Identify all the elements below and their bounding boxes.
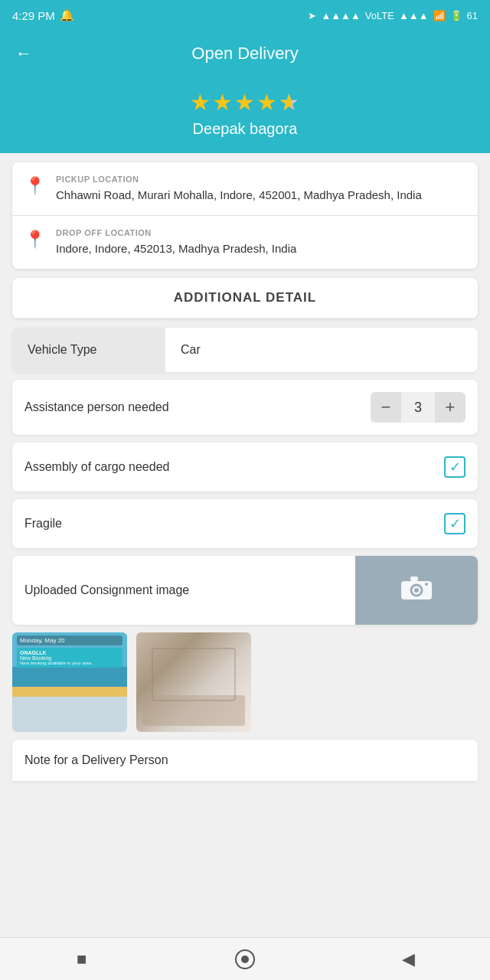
battery-icon: 🔋 bbox=[450, 10, 462, 21]
dropoff-label: DROP OFF LOCATION bbox=[56, 228, 296, 237]
consignment-label: Uploaded Consignment image bbox=[12, 570, 355, 611]
driver-name: Deepak bagora bbox=[0, 120, 490, 138]
nav-square-button[interactable]: ■ bbox=[63, 940, 101, 978]
consignment-image-2[interactable] bbox=[136, 632, 251, 732]
dropoff-location-row: 📍 DROP OFF LOCATION Indore, Indore, 4520… bbox=[12, 215, 478, 269]
location-icon: ➤ bbox=[308, 10, 316, 21]
fragile-label: Fragile bbox=[24, 517, 62, 531]
counter-plus-button[interactable]: + bbox=[435, 392, 466, 423]
additional-detail-header: ADDITIONAL DETAIL bbox=[12, 278, 478, 318]
consignment-row: Uploaded Consignment image bbox=[12, 556, 478, 625]
svg-point-2 bbox=[414, 588, 419, 593]
status-icons: ➤ ▲▲▲▲ VoLTE ▲▲▲ 📶 🔋 61 bbox=[308, 10, 478, 21]
vehicle-type-value: Car bbox=[165, 328, 478, 372]
star-rating: ★★★★★★ bbox=[0, 89, 490, 116]
dropoff-address: Indore, Indore, 452013, Madhya Pradesh, … bbox=[56, 240, 296, 256]
time-display: 4:29 PM bbox=[12, 9, 55, 22]
note-section: Note for a Delivery Person bbox=[12, 740, 478, 781]
uploaded-images-row: Monday, May 20 ONAGLLK New Booking New b… bbox=[12, 632, 478, 732]
assistance-label: Assistance person needed bbox=[24, 400, 169, 414]
camera-button[interactable] bbox=[355, 556, 478, 625]
vehicle-type-row: Vehicle Type Car bbox=[12, 328, 478, 372]
lte-icon: VoLTE bbox=[365, 10, 394, 21]
pickup-info: PICKUP LOCATION Chhawni Road, Murari Moh… bbox=[56, 175, 422, 203]
svg-point-4 bbox=[425, 583, 428, 586]
consignment-image-1[interactable]: Monday, May 20 ONAGLLK New Booking New b… bbox=[12, 632, 127, 732]
back-button[interactable]: ← bbox=[15, 44, 32, 64]
rating-section: ★★★★★★ Deepak bagora bbox=[0, 77, 490, 153]
additional-detail-card: ADDITIONAL DETAIL bbox=[12, 278, 478, 318]
status-bar: 4:29 PM 🔔 ➤ ▲▲▲▲ VoLTE ▲▲▲ 📶 🔋 61 bbox=[0, 0, 490, 31]
camera-icon bbox=[400, 573, 433, 608]
fragile-checkbox[interactable]: ✓ bbox=[444, 513, 466, 534]
battery-level: 61 bbox=[467, 10, 478, 21]
dropoff-info: DROP OFF LOCATION Indore, Indore, 452013… bbox=[56, 228, 296, 256]
nav-home-button[interactable] bbox=[226, 940, 264, 978]
location-card: 📍 PICKUP LOCATION Chhawni Road, Murari M… bbox=[12, 162, 478, 269]
counter-control: − 3 + bbox=[371, 392, 466, 423]
pickup-label: PICKUP LOCATION bbox=[56, 175, 422, 184]
pickup-location-row: 📍 PICKUP LOCATION Chhawni Road, Murari M… bbox=[12, 162, 478, 215]
svg-rect-3 bbox=[410, 577, 418, 581]
counter-minus-button[interactable]: − bbox=[371, 392, 401, 423]
counter-value: 3 bbox=[401, 392, 435, 423]
signal2-icon: ▲▲▲ bbox=[399, 10, 429, 21]
vehicle-type-label: Vehicle Type bbox=[12, 328, 165, 372]
dropoff-icon: 📍 bbox=[24, 230, 45, 250]
fragile-row: Fragile ✓ bbox=[12, 499, 478, 548]
assembly-row: Assembly of cargo needed ✓ bbox=[12, 443, 478, 492]
note-label: Note for a Delivery Person bbox=[24, 753, 466, 767]
assembly-label: Assembly of cargo needed bbox=[24, 460, 169, 474]
bottom-navigation: ■ ◀ bbox=[0, 937, 490, 980]
svg-point-6 bbox=[241, 956, 249, 963]
nav-back-button[interactable]: ◀ bbox=[389, 940, 427, 978]
assistance-row: Assistance person needed − 3 + bbox=[12, 380, 478, 435]
pickup-icon: 📍 bbox=[24, 176, 45, 196]
wifi-icon: 📶 bbox=[433, 10, 446, 21]
page-title: Open Delivery bbox=[191, 44, 298, 64]
pickup-address: Chhawni Road, Murari Mohalla, Indore, 45… bbox=[56, 187, 422, 203]
status-icon: 🔔 bbox=[60, 8, 74, 22]
assembly-checkbox[interactable]: ✓ bbox=[444, 456, 466, 478]
app-header: ← Open Delivery bbox=[0, 31, 490, 77]
status-time: 4:29 PM 🔔 bbox=[12, 8, 74, 22]
signal-icon: ▲▲▲▲ bbox=[321, 10, 360, 21]
